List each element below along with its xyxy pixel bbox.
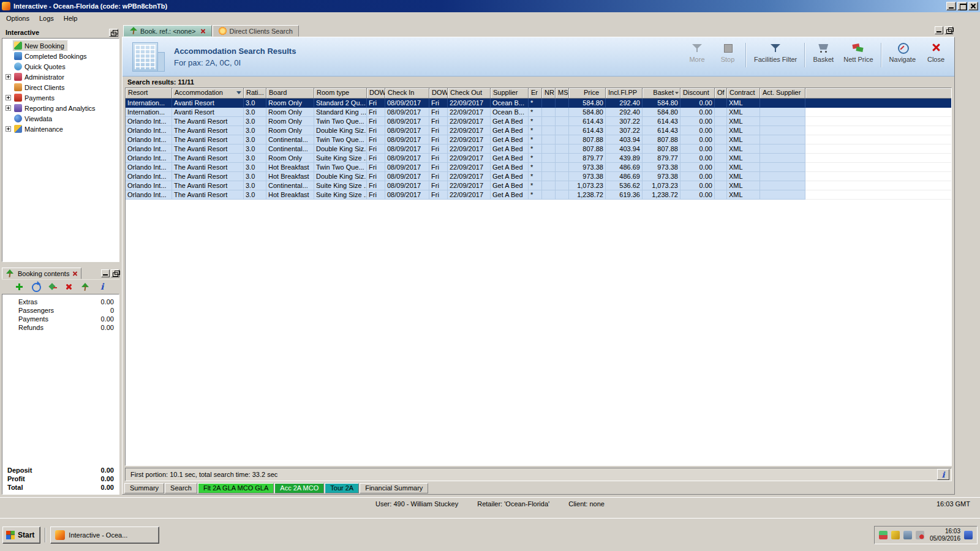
column-header[interactable]: NR [542,88,556,99]
column-header[interactable]: Discount [680,88,715,99]
booking-toolbar-icon[interactable] [31,282,40,291]
result-cell: Fri [429,172,448,181]
document-tab[interactable]: Book. ref.: <none> [123,25,212,37]
column-header[interactable]: Board [266,88,314,99]
expand-icon[interactable] [6,95,11,100]
sidebar-item[interactable]: Administrator [2,72,119,82]
start-button[interactable]: Start [2,527,40,544]
menu-item[interactable]: Logs [34,13,59,23]
sidebar-item[interactable]: New Booking [2,40,119,51]
column-header[interactable]: Check In [385,88,429,99]
column-header[interactable]: Accommodation [172,88,244,99]
column-header[interactable]: Price [569,88,606,99]
menu-item[interactable]: Options [1,13,34,23]
tray-update-icon[interactable] [891,531,900,539]
booking-toolbar-icon[interactable] [64,282,74,291]
result-row[interactable]: Orlando Int...The Avanti Resort3.0Contin… [126,181,951,190]
itinerary-tab[interactable]: Search [165,483,197,493]
itinerary-tab[interactable]: Summary [124,483,164,493]
column-header[interactable]: Act. Supplier [760,88,805,99]
booking-toolbar-icon[interactable] [15,282,24,291]
tray-language-icon[interactable] [964,531,973,539]
column-header[interactable]: Room type [314,88,367,99]
document-tab[interactable]: Direct Clients Search [213,25,299,37]
tray-chart-icon[interactable] [879,531,888,539]
booking-toolbar-icon[interactable] [97,282,107,291]
close-panel-icon[interactable] [72,271,78,276]
column-header[interactable]: DOW [429,88,448,99]
taskbar-task-button[interactable]: Interactive - Ocea... [50,527,159,544]
toolbar-button[interactable]: Basket [810,40,837,65]
expand-icon[interactable] [6,105,11,111]
expand-icon[interactable] [6,74,11,80]
sidebar-item[interactable]: Completed Bookings [2,51,119,61]
pane-restore-icon[interactable] [944,26,953,34]
result-row[interactable]: Internation...Avanti Resort3.0Room OnlyS… [126,99,951,108]
column-header[interactable]: Er [529,88,542,99]
column-header[interactable]: Supplier [491,88,529,99]
booking-toolbar-icon[interactable] [81,282,90,291]
taskbar-clock[interactable]: 16:03 05/09/2016 [930,528,960,542]
column-header[interactable]: Of [715,88,727,99]
result-row[interactable]: Orlando Int...The Avanti Resort3.0Room O… [126,117,951,126]
result-cell [760,190,805,200]
menu-item[interactable]: Help [59,13,83,23]
sidebar-item[interactable]: Direct Clients [2,82,119,92]
result-row[interactable]: Orlando Int...The Avanti Resort3.0Hot Br… [126,190,951,200]
info-icon[interactable] [937,469,949,480]
maximize-icon[interactable] [957,2,967,10]
close-icon[interactable] [968,2,978,10]
column-header[interactable]: Contract [727,88,760,99]
sidebar-item[interactable]: Payments [2,92,119,103]
result-row[interactable]: Orlando Int...The Avanti Resort3.0Contin… [126,135,951,144]
toolbar-button[interactable]: Close [922,40,949,65]
result-cell: 973.38 [569,172,606,181]
expand-icon[interactable] [6,126,11,132]
column-header[interactable]: Incl.Fl.PP [606,88,643,99]
result-cell: 1,238.72 [569,190,606,200]
pane-minimize-icon[interactable] [935,26,943,34]
result-row[interactable]: Orlando Int...The Avanti Resort3.0Hot Br… [126,172,951,181]
booking-contents-tab[interactable]: Booking contents [2,268,81,279]
result-row[interactable]: Orlando Int...The Avanti Resort3.0Contin… [126,144,951,154]
sidebar-item[interactable]: Reporting and Analytics [2,103,119,113]
result-cell [715,172,727,181]
result-cell: Room Only [266,117,314,126]
column-header[interactable]: Basket [643,88,680,99]
column-header[interactable]: Resort [126,88,172,99]
result-row[interactable]: Orlando Int...The Avanti Resort3.0Hot Br… [126,163,951,172]
booking-toolbar-icon[interactable] [48,282,57,291]
itinerary-tab[interactable]: Tour 2A [325,483,359,493]
result-row[interactable]: Orlando Int...The Avanti Resort3.0Room O… [126,154,951,163]
panel-maximize-icon[interactable] [111,269,119,277]
app-window: Interactive - Ocean-Florida (code: wPBn8… [0,0,980,518]
itinerary-tab[interactable]: Flt 2A GLA MCO GLA [198,483,274,493]
result-cell: Fri [367,181,385,190]
close-tab-icon[interactable] [200,28,206,34]
toolbar-button[interactable]: Nett Price [840,40,876,65]
result-row[interactable]: Internation...Avanti Resort3.0Room OnlyS… [126,108,951,117]
itinerary-tab[interactable]: Acc 2A MCO [274,483,324,493]
column-header[interactable]: Check Out [448,88,491,99]
sidebar-item[interactable]: Maintenance [2,124,119,134]
result-cell: 22/09/2017 [448,135,491,144]
result-cell: Twin Two Que... [314,163,367,172]
toolbar-button[interactable]: Facilities Filter [751,40,800,65]
sidebar-item[interactable]: Viewdata [2,113,119,124]
tray-volume-icon[interactable] [916,531,924,539]
booking-row-value: 0.00 [101,324,114,331]
result-cell: 0.00 [680,117,715,126]
column-header[interactable]: Rati... [244,88,266,99]
panel-restore-icon[interactable] [109,29,118,37]
result-cell: 3.0 [244,117,266,126]
toolbar-button[interactable]: Navigate [886,40,919,65]
panel-minimize-icon[interactable] [101,269,110,277]
minimize-icon[interactable] [946,2,956,10]
sidebar-item[interactable]: Quick Quotes [2,61,119,72]
result-cell: * [529,135,542,144]
tray-display-icon[interactable] [903,531,912,539]
itinerary-tab[interactable]: Financial Summary [360,483,428,493]
column-header[interactable]: MS [556,88,569,99]
column-header[interactable]: DOW [367,88,385,99]
result-row[interactable]: Orlando Int...The Avanti Resort3.0Room O… [126,126,951,135]
